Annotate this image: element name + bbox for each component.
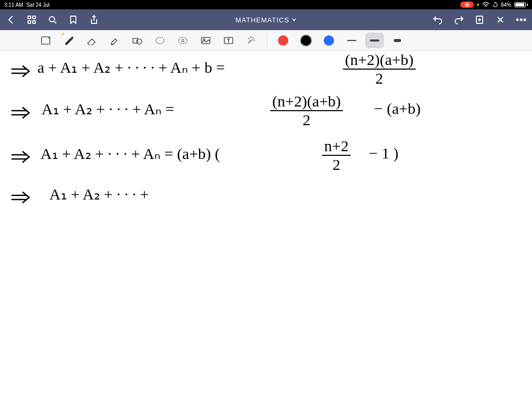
- equation-line-1-num: (n+2)(a+b): [343, 52, 416, 70]
- thickness-thick[interactable]: [388, 33, 407, 48]
- equation-line-1-frac: (n+2)(a+b) 2: [343, 52, 416, 86]
- undo-button[interactable]: [432, 14, 444, 25]
- wifi-icon: [482, 2, 489, 7]
- svg-point-15: [179, 37, 187, 44]
- svg-rect-4: [28, 21, 31, 23]
- screen-record-pill[interactable]: [460, 2, 474, 8]
- close-button[interactable]: [495, 14, 506, 25]
- favorites-tool[interactable]: [174, 33, 192, 48]
- image-tool[interactable]: [196, 33, 215, 48]
- read-mode-tool[interactable]: [36, 33, 55, 48]
- equation-line-3-num: n+2: [322, 138, 351, 156]
- svg-point-8: [516, 19, 518, 20]
- highlighter-tool[interactable]: [105, 33, 124, 48]
- thickness-medium[interactable]: [365, 33, 384, 48]
- svg-rect-3: [33, 16, 35, 19]
- svg-point-14: [156, 37, 164, 44]
- equation-line-1-left: a + A₁ + A₂ + · · · · + Aₙ + b =: [37, 58, 225, 76]
- bluetooth-icon: ⚡: [60, 32, 65, 36]
- battery-icon: [514, 2, 528, 7]
- equation-line-3-tail: − 1 ): [369, 144, 398, 162]
- battery-pct: 84%: [501, 2, 511, 8]
- equation-line-3-den: 2: [332, 156, 340, 172]
- equation-line-2-frac: (n+2)(a+b) 2: [270, 94, 343, 128]
- svg-point-9: [520, 19, 522, 20]
- svg-rect-5: [33, 21, 35, 23]
- more-button[interactable]: [515, 14, 527, 25]
- redo-button[interactable]: [453, 14, 464, 25]
- text-tool[interactable]: [219, 33, 238, 48]
- implies-arrow-icon: [10, 190, 31, 207]
- toolbar: ⚡: [0, 30, 532, 51]
- toolbar-divider: [267, 34, 268, 47]
- document-title-dropdown[interactable]: MATHEMATICS: [235, 16, 297, 24]
- app-header: MATHEMATICS: [0, 9, 532, 30]
- equation-line-2-left: A₁ + A₂ + · · · + Aₙ =: [42, 100, 174, 118]
- back-button[interactable]: [5, 14, 17, 25]
- bookmark-button[interactable]: [68, 14, 79, 25]
- equation-line-2-tail: − (a+b): [374, 100, 421, 117]
- svg-rect-2: [28, 16, 31, 19]
- share-button[interactable]: [88, 14, 100, 25]
- equation-line-2-num: (n+2)(a+b): [270, 94, 343, 111]
- equation-line-4: A₁ + A₂ + · · · +: [49, 185, 149, 203]
- equation-line-2-den: 2: [303, 111, 311, 128]
- equation-line-3-left: A₁ + A₂ + · · · + Aₙ = (a+b) (: [41, 144, 220, 163]
- svg-point-10: [524, 19, 525, 20]
- add-page-button[interactable]: [474, 14, 485, 25]
- thickness-thin[interactable]: [342, 33, 361, 48]
- laser-tool[interactable]: [242, 33, 261, 48]
- status-bar: 3:11 AM Sat 24 Jul 84%: [0, 0, 532, 9]
- orientation-lock-icon: [493, 2, 498, 7]
- status-time: 3:11 AM: [4, 2, 23, 8]
- color-red[interactable]: [274, 33, 292, 48]
- svg-point-6: [49, 17, 55, 22]
- pen-tool[interactable]: ⚡: [59, 33, 78, 48]
- status-date: Sat 24 Jul: [26, 2, 49, 8]
- lasso-tool[interactable]: [151, 33, 169, 48]
- implies-arrow-icon: [10, 150, 31, 166]
- equation-line-1-den: 2: [376, 70, 383, 86]
- document-title: MATHEMATICS: [235, 16, 289, 24]
- eraser-tool[interactable]: [82, 33, 101, 48]
- canvas[interactable]: a + A₁ + A₂ + · · · · + Aₙ + b = (n+2)(a…: [0, 51, 532, 399]
- status-left: 3:11 AM Sat 24 Jul: [4, 2, 49, 8]
- search-button[interactable]: [47, 14, 58, 25]
- status-right: 84%: [460, 2, 528, 8]
- equation-line-3-frac: n+2 2: [322, 138, 351, 172]
- svg-point-1: [466, 4, 468, 6]
- implies-arrow-icon: [10, 105, 31, 122]
- color-blue[interactable]: [320, 33, 338, 48]
- location-indicator-icon: [477, 4, 479, 6]
- chevron-down-icon: [291, 17, 297, 22]
- color-black[interactable]: [297, 33, 315, 48]
- thumbnails-button[interactable]: [26, 14, 37, 25]
- implies-arrow-icon: [10, 64, 31, 81]
- shape-tool[interactable]: [128, 33, 147, 48]
